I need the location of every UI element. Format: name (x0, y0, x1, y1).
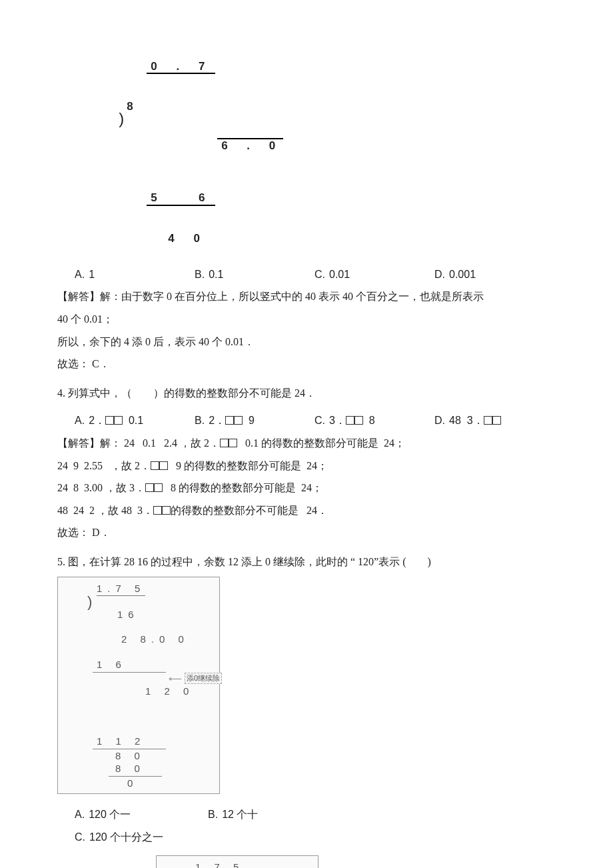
option-text: 12 个十 (222, 803, 258, 826)
option-text: 3． 8 (329, 409, 375, 432)
q4-explain-1: 【解答】解： 24 0.1 2.4 ，故 2． 0.1 的得数的整数部分可能是 … (57, 432, 556, 455)
option-label: C. (75, 826, 85, 849)
q5-quotient: 1.7 5 (97, 583, 145, 596)
q3-option-d: D.0.001 (434, 263, 554, 286)
q4-stem: 4. 列算式中，（ ）的得数的整数部分不可能是 24． (57, 382, 556, 405)
q3-option-b: B.0.1 (195, 263, 314, 286)
q5-s1: 1 6 (97, 659, 127, 670)
option-text: 0.01 (329, 263, 350, 286)
option-text: 120 个一 (89, 803, 131, 826)
q5-option-a: A.120 个一 (75, 803, 208, 826)
option-text: 2． 0.1 (89, 409, 143, 432)
q5-s2: 1 1 2 (97, 735, 145, 747)
q5-note: 添0继续除 (185, 673, 222, 685)
q4-option-d: D.48 3． (434, 409, 554, 432)
q5-option-b: B.12 个十 (208, 803, 258, 826)
q5-options-row2: C.120 个十分之一 (75, 826, 556, 849)
q4-option-c: C.3． 8 (314, 409, 434, 432)
q5-option-c: C.120 个十分之一 (75, 826, 163, 849)
q5-divisor: 16 (117, 609, 139, 620)
q3-sub1: 5 6 (147, 191, 215, 206)
q5-stem: 5. 图，在计算 28 16 的过程中，余数 12 添上 0 继续除，此时的 “… (57, 551, 556, 573)
q5-r1: 1 2 0 (145, 685, 194, 697)
q5-figure-1: 1.7 5 16 ) 2 8.0 0 1 6 1 2 0 ⟵ 添0继续除 1 1… (57, 577, 220, 794)
q4-options: A.2． 0.1 B.2． 9 C.3． 8 D.48 3． (75, 409, 556, 432)
option-label: A. (75, 803, 85, 826)
q3-divisor: 8 (127, 100, 141, 113)
q3-option-c: C.0.01 (314, 263, 434, 286)
q4-explain-4: 48 24 2 ，故 48 3．的得数的整数部分不可能是 24． (57, 499, 556, 522)
option-text: 48 3． (449, 409, 501, 432)
option-label: D. (434, 263, 445, 286)
option-text: 0.001 (449, 263, 476, 286)
option-text: 1 (89, 263, 95, 286)
q5-dividend: 2 8.0 0 (121, 633, 189, 645)
q5-figure-2: 1.7 5 16 ) 2 8.0 0 1 6 1 2 0 ⟵ 添0继续除 1 1… (156, 855, 318, 868)
q3-long-division: 0 . 7 8 ) 6 . 0 5 6 4 0 (60, 47, 556, 258)
option-label: D. (434, 409, 445, 432)
option-text: 120 个十分之一 (89, 826, 163, 849)
q3-explain-line1: 【解答】解：由于数字 0 在百分位上，所以竖式中的 40 表示 40 个百分之一… (57, 285, 556, 308)
option-label: B. (208, 803, 218, 826)
q3-explain-line2: 40 个 0.01； (57, 308, 556, 331)
q5-s3: 8 0 (115, 763, 145, 774)
q4-explain-2: 24 9 2.55 ，故 2． 9 的得数的整数部分可能是 24； (57, 455, 556, 477)
q5-quotient: 1.7 5 (195, 861, 244, 868)
q3-dividend: 6 . 0 (217, 138, 283, 152)
q3-rem1: 4 0 (168, 232, 208, 245)
q3-options: A.1 B.0.1 C.0.01 D.0.001 (75, 263, 556, 286)
q5-answer-block: 【解答】解： 1.7 5 16 ) 2 8.0 0 1 6 1 2 0 ⟵ 添0… (57, 851, 556, 868)
option-label: C. (314, 409, 325, 432)
option-text: 0.1 (209, 263, 223, 286)
q3-explain-line3: 所以，余下的 4 添 0 后，表示 40 个 0.01． (57, 331, 556, 353)
q5-r3: 0 (127, 777, 138, 789)
q3-quotient: 0 . 7 (147, 60, 215, 75)
q4-explain-3: 24 8 3.00 ，故 3． 8 的得数的整数部分可能是 24； (57, 477, 556, 499)
q3-option-a: A.1 (75, 263, 195, 286)
page-content: 0 . 7 8 ) 6 . 0 5 6 4 0 A.1 B.0.1 C.0.01… (0, 0, 613, 868)
division-paren: ) (87, 593, 92, 611)
q4-option-a: A.2． 0.1 (75, 409, 195, 432)
option-label: A. (75, 409, 85, 432)
option-label: B. (195, 409, 205, 432)
option-label: A. (75, 263, 85, 286)
q4-explain-5: 故选： D． (57, 521, 556, 544)
option-label: C. (314, 263, 325, 286)
option-text: 2． 9 (209, 409, 255, 432)
q3-explain-line4: 故选： C． (57, 353, 556, 375)
option-label: B. (195, 263, 205, 286)
arrow-left-icon: ⟵ (169, 673, 182, 685)
q4-option-b: B.2． 9 (195, 409, 314, 432)
q5-options-row1: A.120 个一 B.12 个十 (75, 803, 556, 826)
q5-r2: 8 0 (115, 750, 145, 761)
division-paren: ) (119, 109, 124, 128)
